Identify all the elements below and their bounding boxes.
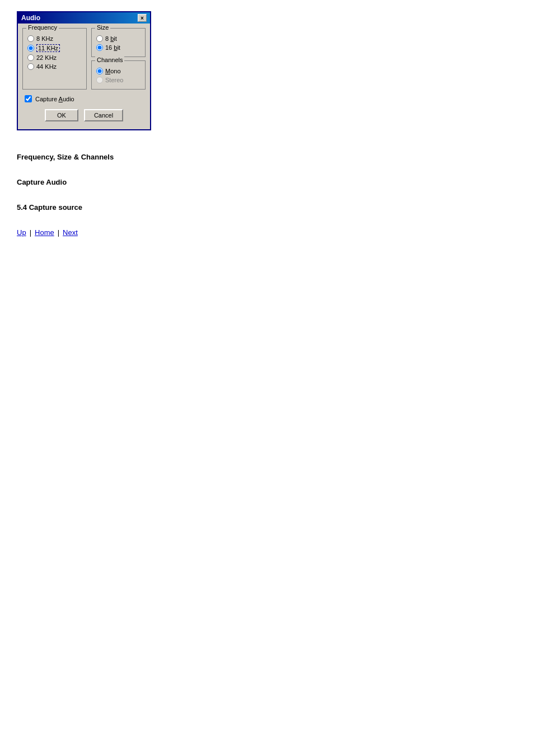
channel-stereo-radio[interactable] bbox=[96, 77, 103, 83]
freq-11khz-radio[interactable] bbox=[27, 45, 34, 51]
audio-dialog: Audio × Frequency 8 KHz 11 KHz 22 KHz bbox=[17, 11, 151, 130]
nav-links: Up | Home | Next bbox=[17, 228, 517, 237]
nav-sep-2: | bbox=[58, 228, 59, 237]
heading-frequency-size-channels: Frequency, Size & Channels bbox=[17, 153, 517, 161]
channel-mono-label: Mono bbox=[105, 68, 121, 74]
dialog-titlebar: Audio × bbox=[18, 12, 150, 24]
heading-capture-audio: Capture Audio bbox=[17, 178, 517, 186]
dialog-title: Audio bbox=[21, 14, 40, 22]
nav-up-link[interactable]: Up bbox=[17, 228, 26, 237]
freq-22khz-item: 22 KHz bbox=[27, 54, 82, 61]
freq-11khz-item: 11 KHz bbox=[27, 44, 82, 52]
channel-stereo-label: Stereo bbox=[105, 77, 123, 83]
size-16bit-radio[interactable] bbox=[96, 44, 103, 51]
dialog-body: Frequency 8 KHz 11 KHz 22 KHz 44 KHz bbox=[18, 24, 150, 129]
capture-audio-checkbox[interactable] bbox=[25, 95, 32, 102]
nav-sep-1: | bbox=[30, 228, 31, 237]
size-group-label: Size bbox=[95, 24, 110, 31]
dialog-main-row: Frequency 8 KHz 11 KHz 22 KHz 44 KHz bbox=[22, 28, 146, 90]
freq-8khz-radio[interactable] bbox=[27, 35, 34, 42]
heading-capture-source: 5.4 Capture source bbox=[17, 203, 517, 212]
channels-group: Channels Mono Stereo bbox=[91, 60, 146, 90]
size-8bit-label: 8 bit bbox=[105, 35, 117, 42]
freq-11khz-label: 11 KHz bbox=[36, 44, 60, 52]
nav-home-link[interactable]: Home bbox=[35, 228, 54, 237]
freq-8khz-label: 8 KHz bbox=[36, 35, 53, 42]
size-16bit-item: 16 bit bbox=[96, 44, 140, 51]
channel-stereo-item: Stereo bbox=[96, 77, 140, 83]
size-16bit-label: 16 bit bbox=[105, 44, 120, 51]
size-8bit-radio[interactable] bbox=[96, 35, 103, 42]
nav-next-link[interactable]: Next bbox=[63, 228, 78, 237]
cancel-button[interactable]: Cancel bbox=[84, 109, 123, 121]
section-capture-audio: Capture Audio bbox=[17, 178, 517, 186]
ok-button[interactable]: OK bbox=[45, 109, 78, 121]
size-group: Size 8 bit 16 bit bbox=[91, 28, 146, 57]
freq-44khz-item: 44 KHz bbox=[27, 63, 82, 70]
dialog-button-row: OK Cancel bbox=[22, 109, 146, 125]
section-capture-source: 5.4 Capture source bbox=[17, 203, 517, 212]
capture-audio-row: Capture Audio bbox=[22, 94, 146, 104]
capture-audio-label: Capture Audio bbox=[35, 96, 74, 102]
channel-mono-item: Mono bbox=[96, 68, 140, 74]
frequency-group-label: Frequency bbox=[26, 24, 59, 31]
frequency-group: Frequency 8 KHz 11 KHz 22 KHz 44 KHz bbox=[22, 28, 87, 90]
channels-group-label: Channels bbox=[95, 57, 124, 63]
channel-mono-radio[interactable] bbox=[96, 68, 103, 74]
freq-22khz-radio[interactable] bbox=[27, 54, 34, 61]
freq-44khz-radio[interactable] bbox=[27, 63, 34, 70]
freq-8khz-item: 8 KHz bbox=[27, 35, 82, 42]
section-frequency-size-channels: Frequency, Size & Channels bbox=[17, 153, 517, 161]
size-8bit-item: 8 bit bbox=[96, 35, 140, 42]
freq-22khz-label: 22 KHz bbox=[36, 54, 57, 61]
dialog-close-button[interactable]: × bbox=[138, 14, 147, 22]
freq-44khz-label: 44 KHz bbox=[36, 63, 57, 70]
right-column: Size 8 bit 16 bit Channels Mono bbox=[91, 28, 146, 90]
